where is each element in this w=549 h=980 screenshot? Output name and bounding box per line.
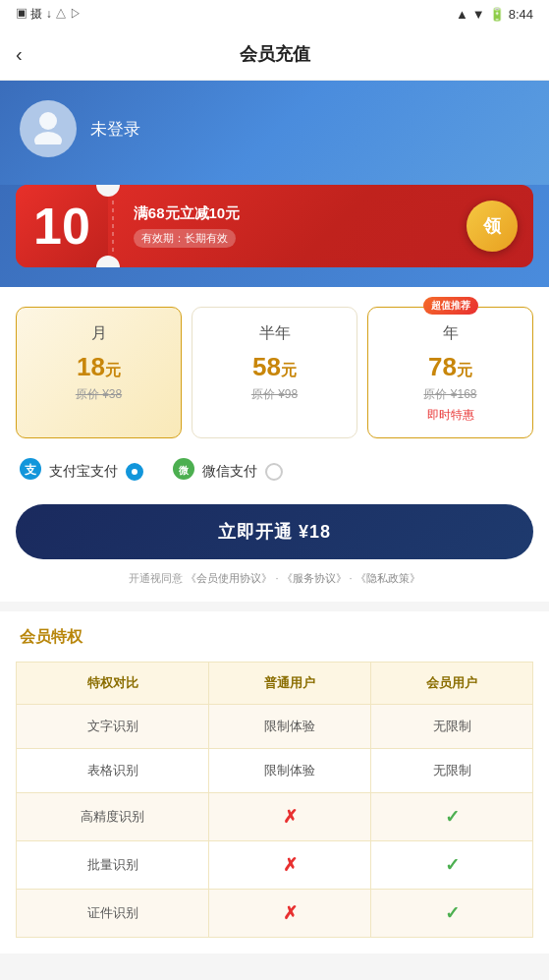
col-header-member: 会员用户 [371, 663, 533, 705]
member-batch-recognition: ✓ [371, 841, 533, 890]
plans-grid: 月 18元 原价 ¥38 半年 58元 原价 ¥98 超值推荐 年 78元 原价… [16, 307, 533, 438]
cross-icon: ✗ [283, 903, 298, 923]
status-bar-left: ▣ 摄 ↓ △ ▷ [16, 6, 82, 23]
payment-option-alipay[interactable]: 支 支付宝支付 [20, 458, 143, 485]
plan-card-halfyear[interactable]: 半年 58元 原价 ¥98 [192, 307, 357, 438]
agreement-link-privacy[interactable]: 《隐私政策》 [356, 572, 420, 584]
normal-id-recognition: ✗ [209, 890, 371, 938]
cta-button[interactable]: 立即开通 ¥18 [16, 504, 533, 559]
app-icons: ▣ 摄 ↓ △ ▷ [16, 6, 82, 23]
wechat-label: 微信支付 [202, 463, 257, 481]
svg-point-0 [39, 112, 57, 130]
table-row: 高精度识别 ✗ ✓ [17, 793, 533, 841]
page-title: 会员充值 [240, 42, 310, 66]
check-icon: ✓ [445, 903, 460, 923]
svg-point-1 [34, 132, 62, 144]
wechat-icon: 微 [173, 458, 194, 485]
benefits-table: 特权对比 普通用户 会员用户 文字识别 限制体验 无限制 表格识别 限制体验 无… [16, 662, 533, 938]
check-icon: ✓ [445, 807, 460, 827]
cross-icon: ✗ [283, 855, 298, 875]
plan-special-yearly: 即时特惠 [378, 407, 522, 424]
check-icon: ✓ [445, 855, 460, 875]
agreement-prefix: 开通视同意 [129, 572, 183, 584]
benefits-title: 会员特权 [16, 627, 533, 648]
agreement-text: 开通视同意 《会员使用协议》 · 《服务协议》 · 《隐私政策》 [16, 571, 533, 586]
col-header-feature: 特权对比 [17, 663, 209, 705]
avatar [20, 100, 77, 157]
coupon-section: 10 满68元立减10元 有效期：长期有效 领 [0, 185, 549, 287]
plan-label-monthly: 月 [27, 323, 171, 344]
status-bar: ▣ 摄 ↓ △ ▷ ▲ ▼ 🔋 8:44 [0, 0, 549, 29]
table-row: 证件识别 ✗ ✓ [17, 890, 533, 938]
member-table-recognition: 无限制 [371, 749, 533, 793]
feature-batch-recognition: 批量识别 [17, 841, 209, 890]
feature-id-recognition: 证件识别 [17, 890, 209, 938]
table-row: 批量识别 ✗ ✓ [17, 841, 533, 890]
coupon-middle: 满68元立减10元 有效期：长期有效 [118, 193, 451, 259]
normal-text-recognition: 限制体验 [209, 705, 371, 749]
member-id-recognition: ✓ [371, 890, 533, 938]
normal-hd-recognition: ✗ [209, 793, 371, 841]
member-hd-recognition: ✓ [371, 793, 533, 841]
member-text-recognition: 无限制 [371, 705, 533, 749]
plan-badge-yearly: 超值推荐 [423, 297, 478, 315]
plans-section: 月 18元 原价 ¥38 半年 58元 原价 ¥98 超值推荐 年 78元 原价… [0, 287, 549, 602]
payment-options: 支 支付宝支付 微 微信支付 [16, 458, 533, 485]
back-button[interactable]: ‹ [16, 43, 23, 66]
table-row: 文字识别 限制体验 无限制 [17, 705, 533, 749]
payment-option-wechat[interactable]: 微 微信支付 [173, 458, 283, 485]
coupon-notch-bottom [96, 256, 120, 267]
feature-hd-recognition: 高精度识别 [17, 793, 209, 841]
plan-price-yearly: 78元 [378, 352, 522, 382]
svg-text:微: 微 [178, 465, 190, 476]
table-row: 表格识别 限制体验 无限制 [17, 749, 533, 793]
benefits-section: 会员特权 特权对比 普通用户 会员用户 文字识别 限制体验 无限制 表格识别 限… [0, 611, 549, 953]
wifi-icon: ▼ [472, 7, 485, 22]
coupon-card: 10 满68元立减10元 有效期：长期有效 领 [16, 185, 533, 267]
agreement-link-service[interactable]: 《服务协议》 [282, 572, 347, 584]
normal-table-recognition: 限制体验 [209, 749, 371, 793]
normal-batch-recognition: ✗ [209, 841, 371, 890]
coupon-claim-button[interactable]: 领 [467, 201, 518, 252]
col-header-normal: 普通用户 [209, 663, 371, 705]
coupon-condition: 满68元立减10元 [134, 204, 435, 223]
plan-label-halfyear: 半年 [202, 323, 347, 344]
status-bar-right: ▲ ▼ 🔋 8:44 [456, 7, 533, 22]
coupon-notch-top [96, 185, 120, 197]
cross-icon: ✗ [283, 807, 298, 827]
alipay-label: 支付宝支付 [49, 463, 118, 481]
user-avatar-icon [29, 107, 67, 151]
alipay-radio[interactable] [126, 463, 143, 481]
coupon-left: 10 [16, 185, 108, 267]
feature-table-recognition: 表格识别 [17, 749, 209, 793]
table-header-row: 特权对比 普通用户 会员用户 [17, 663, 533, 705]
header: ‹ 会员充值 [0, 29, 549, 81]
svg-text:支: 支 [24, 463, 37, 477]
signal-icon: ▲ [456, 7, 468, 22]
feature-text-recognition: 文字识别 [17, 705, 209, 749]
coupon-validity: 有效期：长期有效 [134, 229, 236, 248]
alipay-icon: 支 [20, 458, 41, 485]
plan-card-yearly[interactable]: 超值推荐 年 78元 原价 ¥168 即时特惠 [367, 307, 533, 438]
battery-icon: 🔋 [489, 7, 505, 22]
plan-original-halfyear: 原价 ¥98 [202, 386, 347, 403]
agreement-link-member[interactable]: 《会员使用协议》 [186, 572, 272, 584]
wechat-radio[interactable] [265, 463, 283, 481]
plan-original-yearly: 原价 ¥168 [378, 386, 522, 403]
user-login-status[interactable]: 未登录 [90, 118, 140, 141]
clock: 8:44 [509, 7, 533, 22]
coupon-right[interactable]: 领 [451, 201, 533, 252]
plan-label-yearly: 年 [378, 323, 522, 344]
plan-card-monthly[interactable]: 月 18元 原价 ¥38 [16, 307, 182, 438]
plan-price-halfyear: 58元 [202, 352, 347, 382]
plan-price-monthly: 18元 [27, 352, 171, 382]
user-section: 未登录 [0, 81, 549, 185]
coupon-divider [112, 197, 114, 256]
plan-original-monthly: 原价 ¥38 [27, 386, 171, 403]
coupon-amount: 10 [33, 201, 90, 252]
